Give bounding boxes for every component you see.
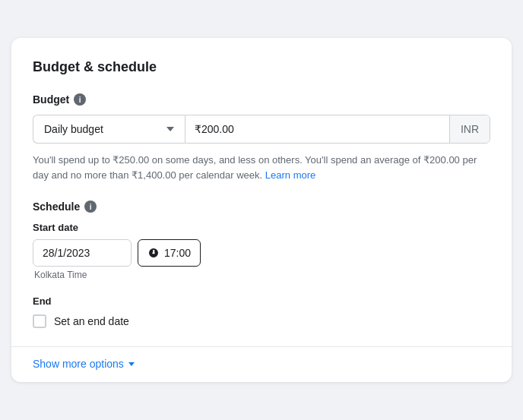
- show-more-row: Show more options: [33, 347, 490, 382]
- schedule-section: Schedule i Start date 17:00 Kolkata Time: [33, 201, 490, 280]
- budget-info-icon[interactable]: i: [74, 93, 86, 106]
- end-date-checkbox[interactable]: [33, 314, 46, 328]
- budget-type-label: Daily budget: [44, 123, 103, 135]
- budget-currency-label: INR: [449, 115, 490, 143]
- card-title: Budget & schedule: [33, 59, 490, 75]
- budget-amount-wrapper: INR: [185, 115, 490, 144]
- end-date-checkbox-label: Set an end date: [54, 315, 129, 327]
- budget-description-text: You'll spend up to ₹250.00 on some days,…: [33, 154, 477, 181]
- date-time-row: 17:00: [33, 239, 490, 267]
- budget-schedule-card: Budget & schedule Budget i Daily budget …: [11, 38, 512, 382]
- clock-icon: [147, 247, 160, 259]
- timezone-label: Kolkata Time: [34, 270, 490, 280]
- budget-label-text: Budget: [33, 93, 69, 106]
- budget-section-label: Budget i: [33, 93, 490, 106]
- schedule-info-icon[interactable]: i: [84, 201, 97, 213]
- learn-more-link[interactable]: Learn more: [265, 169, 315, 181]
- end-label: End: [33, 295, 490, 307]
- budget-type-select[interactable]: Daily budget: [33, 115, 185, 144]
- end-checkbox-row: Set an end date: [33, 314, 490, 328]
- budget-amount-input[interactable]: [185, 115, 449, 143]
- start-time-input[interactable]: 17:00: [138, 239, 201, 267]
- start-date-label: Start date: [33, 222, 490, 233]
- schedule-label-text: Schedule: [33, 201, 80, 213]
- start-time-value: 17:00: [164, 247, 191, 259]
- show-more-label: Show more options: [33, 358, 124, 370]
- budget-description: You'll spend up to ₹250.00 on some days,…: [33, 153, 490, 182]
- budget-type-chevron-icon: [166, 127, 174, 131]
- show-more-chevron-icon: [128, 362, 135, 366]
- budget-input-row: Daily budget INR: [33, 115, 490, 144]
- schedule-section-label: Schedule i: [33, 201, 490, 213]
- start-date-input[interactable]: [33, 239, 132, 267]
- show-more-button[interactable]: Show more options: [33, 358, 135, 370]
- end-section: End Set an end date: [33, 295, 490, 328]
